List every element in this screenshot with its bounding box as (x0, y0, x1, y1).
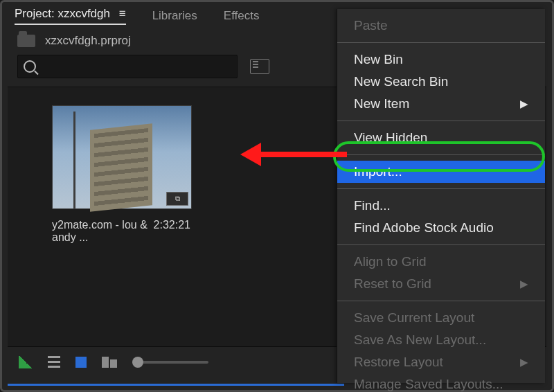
menu-save-current-layout: Save Current Layout (337, 307, 545, 329)
tab-effects[interactable]: Effects (224, 9, 260, 23)
clip-name: y2mate.com - lou & andy ... (52, 219, 154, 244)
clip-item[interactable]: ⧉ y2mate.com - lou & andy ... 2:32:21 (52, 105, 190, 244)
tab-project[interactable]: Project: xzxcvfdgh ≡ (15, 7, 126, 25)
list-view-icon[interactable] (48, 356, 60, 368)
menu-restore-layout: Restore Layout▶ (337, 351, 545, 373)
menu-find-stock-audio[interactable]: Find Adobe Stock Audio (337, 217, 545, 239)
project-icon (17, 35, 35, 47)
menu-align-to-grid: Align to Grid (337, 251, 545, 273)
context-menu: Paste New Bin New Search Bin New Item▶ V… (337, 9, 545, 383)
menu-new-bin[interactable]: New Bin (337, 48, 545, 71)
menu-new-search-bin[interactable]: New Search Bin (337, 71, 545, 93)
clip-type-badge: ⧉ (166, 192, 188, 206)
menu-view-hidden[interactable]: View Hidden (337, 127, 545, 149)
new-bin-icon[interactable] (250, 59, 269, 74)
menu-save-as-new-layout: Save As New Layout... (337, 329, 545, 351)
menu-find[interactable]: Find... (337, 195, 545, 217)
panel-menu-icon[interactable]: ≡ (119, 7, 126, 20)
tab-project-prefix: Project: (15, 7, 55, 20)
clip-thumbnail[interactable]: ⧉ (52, 105, 192, 209)
menu-new-item[interactable]: New Item▶ (337, 93, 545, 115)
search-input[interactable] (17, 55, 238, 78)
zoom-slider[interactable] (132, 361, 208, 364)
project-file-name: xzxcvfdgh.prproj (45, 34, 131, 48)
thumb-decor (73, 112, 75, 208)
write-mode-icon[interactable] (19, 356, 33, 368)
thumb-decor (90, 123, 152, 211)
tab-libraries[interactable]: Libraries (152, 9, 197, 23)
menu-reset-to-grid: Reset to Grid▶ (337, 273, 545, 295)
search-icon (24, 60, 36, 73)
icon-view-icon[interactable] (75, 357, 87, 368)
clip-duration: 2:32:21 (154, 219, 190, 244)
submenu-arrow-icon: ▶ (520, 278, 528, 290)
tab-project-name: xzxcvfdgh (57, 7, 110, 20)
submenu-arrow-icon: ▶ (520, 98, 528, 110)
freeform-view-icon[interactable] (102, 357, 117, 368)
submenu-arrow-icon: ▶ (520, 356, 528, 368)
panel-focus-indicator (8, 384, 344, 386)
menu-import[interactable]: Import... (337, 161, 545, 183)
search-field[interactable] (42, 60, 231, 73)
menu-manage-saved-layouts: Manage Saved Layouts... (337, 373, 545, 392)
menu-paste: Paste (337, 15, 545, 37)
